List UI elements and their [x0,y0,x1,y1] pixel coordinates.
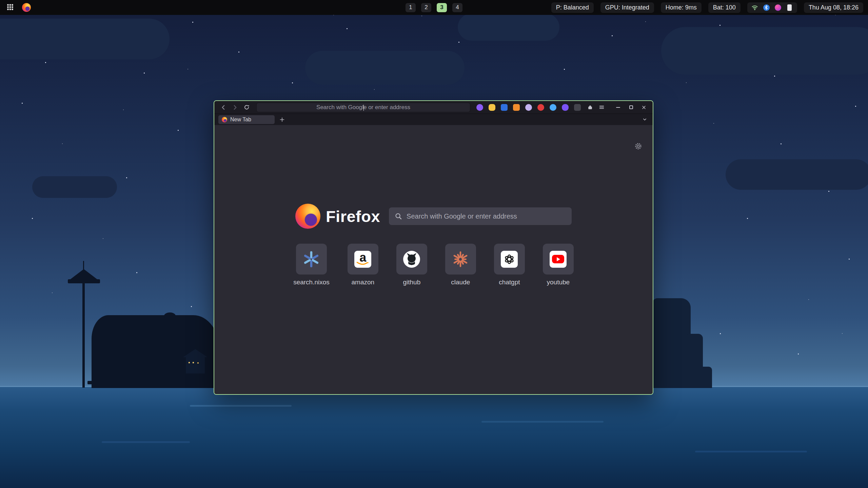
newtab-search-field[interactable] [389,207,572,225]
cloud [726,159,868,190]
amazon-logo-icon: a [354,251,371,268]
shortcut-tile-youtube[interactable]: youtube [543,244,574,286]
hut-lights [189,362,190,363]
home-latency-module[interactable]: Home: 9ms [661,2,702,13]
text-caret [363,105,364,111]
wave [481,421,604,423]
apps-grid-icon [7,4,14,12]
firefox-dock-button[interactable] [21,2,32,13]
cloud [32,176,117,198]
cloud [0,19,170,59]
extensions-puzzle-button[interactable] [586,103,594,112]
tile [296,244,327,274]
new-tab-page: Firefox [214,125,653,394]
tab-strip: New Tab [214,114,653,125]
plus-icon [279,117,285,122]
firefox-logo [295,204,320,229]
workspace-button-3[interactable]: 3 [437,3,447,12]
workspace-switcher: 1 2 3 4 [406,0,462,15]
top-bar-right: P: Balanced GPU: Integrated Home: 9ms Ba… [551,2,868,13]
extension-icon[interactable] [501,104,508,111]
tab-title: New Tab [230,117,251,123]
all-tabs-button[interactable] [640,116,649,124]
chevron-down-icon [642,117,647,122]
extension-icon[interactable] [562,104,569,111]
back-button[interactable] [219,103,228,112]
shortcut-label: amazon [352,279,375,286]
firefox-icon [22,3,31,12]
watchtower-roof [70,269,98,280]
github-octocat-icon [403,250,420,268]
wave [695,451,807,452]
shortcut-tile-chatgpt[interactable]: chatgpt [494,244,525,286]
personalize-button[interactable] [634,142,643,151]
tile [543,244,574,274]
workspace-button-2[interactable]: 2 [421,3,431,12]
battery-module[interactable]: Bat: 100 [708,2,741,13]
gear-icon [634,142,643,150]
close-icon [642,105,646,110]
top-bar-left [0,2,32,13]
palm-tree-top [149,323,159,328]
media-badge [775,4,781,11]
youtube-play-icon [550,251,567,268]
close-button[interactable] [640,103,648,111]
shortcut-grid: search.nixos a amazon [214,244,653,286]
extension-icon[interactable] [513,104,520,111]
clock-module[interactable]: Thu Aug 08, 18:26 [804,2,863,13]
extension-icon[interactable] [525,104,532,111]
tile [494,244,525,274]
newtab-hero: Firefox [214,125,653,229]
reload-button[interactable] [242,103,251,112]
newtab-search-input[interactable] [389,207,572,225]
system-tray [747,2,797,13]
media-icon[interactable] [774,4,782,11]
youtube-red-badge [552,255,564,263]
shortcut-tile-claude[interactable]: claude [445,244,476,286]
shortcut-tile-amazon[interactable]: a amazon [348,244,378,286]
cloud [458,14,559,41]
power-profile-module[interactable]: P: Balanced [551,2,594,13]
forward-button[interactable] [231,103,239,112]
play-triangle-icon [557,257,560,261]
amazon-smile-icon [356,261,370,266]
shortcut-tile-search-nixos[interactable]: search.nixos [293,244,330,286]
extension-icon[interactable] [489,104,495,111]
extension-icon[interactable] [574,104,581,111]
top-bar: 1 2 3 4 P: Balanced GPU: Integrated Home… [0,0,868,15]
watchtower-antenna [83,261,84,270]
maximize-button[interactable] [627,103,635,111]
bluetooth-icon[interactable] [763,4,770,11]
extension-icon[interactable] [550,104,556,111]
cloud [305,51,465,85]
wifi-icon[interactable] [751,4,758,11]
shortcut-label: github [403,279,420,286]
maximize-icon [629,105,633,109]
menu-button[interactable] [597,103,606,112]
shortcut-label: youtube [547,279,570,286]
browser-toolbar [214,101,653,114]
workspace-button-4[interactable]: 4 [452,3,462,12]
palm-tree-top [164,312,176,319]
firefox-wordmark: Firefox [326,207,380,226]
sea-rock [653,298,691,388]
nixos-snowflake-icon [302,250,320,268]
extension-icon[interactable] [537,104,544,111]
shortcut-tile-github[interactable]: github [396,244,427,286]
gpu-module[interactable]: GPU: Integrated [600,2,654,13]
launcher-button[interactable] [5,2,16,13]
minimize-button[interactable] [614,103,622,111]
firefox-favicon [222,117,227,122]
tile [396,244,427,274]
shortcut-label: search.nixos [293,279,330,286]
extension-icon[interactable] [476,104,483,111]
workspace-button-1[interactable]: 1 [406,3,416,12]
wave [190,405,292,407]
wave [102,441,190,443]
window-controls [614,103,648,111]
phone-icon[interactable] [786,4,793,11]
tab-new-tab[interactable]: New Tab [218,115,275,124]
phone-badge [787,4,792,11]
url-bar[interactable] [256,103,470,112]
new-tab-button[interactable] [278,116,286,124]
